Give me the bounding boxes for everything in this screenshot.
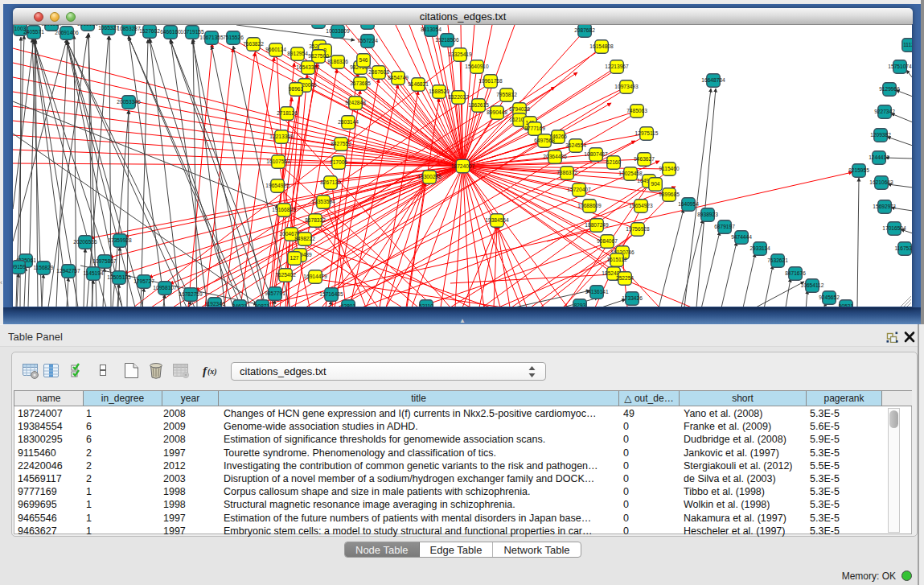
svg-text:10973493: 10973493 xyxy=(614,84,639,89)
svg-text:2405571: 2405571 xyxy=(23,29,44,35)
svg-text:9242848: 9242848 xyxy=(345,100,366,105)
svg-text:252254: 252254 xyxy=(616,275,634,281)
svg-text:19654925: 19654925 xyxy=(265,183,290,188)
svg-text:17016504: 17016504 xyxy=(882,225,906,231)
svg-text:10671355: 10671355 xyxy=(199,35,224,40)
svg-text:12975115: 12975115 xyxy=(635,130,659,136)
svg-text:1065327: 1065327 xyxy=(98,25,119,31)
svg-text:9084067: 9084067 xyxy=(597,238,618,244)
svg-text:1527602: 1527602 xyxy=(139,28,160,34)
svg-text:1640954: 1640954 xyxy=(678,201,699,207)
svg-text:10025458: 10025458 xyxy=(618,171,643,176)
svg-text:15692971: 15692971 xyxy=(873,204,897,209)
svg-text:9463627: 9463627 xyxy=(634,156,655,162)
svg-text:2013150: 2013150 xyxy=(77,25,98,27)
svg-text:1698337: 1698337 xyxy=(41,25,62,27)
svg-text:17359928: 17359928 xyxy=(108,237,132,243)
svg-text:1167533: 1167533 xyxy=(894,245,913,251)
svg-text:9474444: 9474444 xyxy=(731,234,752,240)
svg-text:9857791: 9857791 xyxy=(265,290,285,296)
svg-text:7485063: 7485063 xyxy=(626,108,647,113)
svg-text:1209382: 1209382 xyxy=(870,132,891,138)
svg-text:9146821: 9146821 xyxy=(408,81,429,87)
svg-text:(x): (x) xyxy=(207,367,217,377)
svg-text:13353594: 13353594 xyxy=(311,199,335,204)
svg-text:20364436: 20364436 xyxy=(543,154,567,159)
svg-text:10975867: 10975867 xyxy=(92,258,117,264)
svg-text:15720407: 15720407 xyxy=(567,187,591,192)
svg-text:8912954: 8912954 xyxy=(287,51,308,56)
svg-text:9245652: 9245652 xyxy=(819,295,840,300)
svg-text:7632621: 7632621 xyxy=(767,257,788,263)
svg-text:2803144: 2803144 xyxy=(338,119,359,125)
svg-text:3673685: 3673685 xyxy=(350,80,371,86)
svg-text:2933114: 2933114 xyxy=(749,245,770,251)
svg-text:9115460: 9115460 xyxy=(659,166,680,171)
svg-text:18807249: 18807249 xyxy=(585,222,609,228)
svg-text:8215955: 8215955 xyxy=(848,167,869,173)
svg-text:10033809: 10033809 xyxy=(326,28,350,34)
svg-text:6879197: 6879197 xyxy=(714,224,735,229)
svg-text:1244419: 1244419 xyxy=(869,154,889,160)
svg-text:16210643: 16210643 xyxy=(869,179,893,185)
svg-text:9660124: 9660124 xyxy=(265,47,286,52)
svg-text:16107553: 16107553 xyxy=(266,159,290,164)
svg-text:99159: 99159 xyxy=(13,264,26,270)
svg-text:7386372: 7386372 xyxy=(556,170,577,175)
svg-text:6794028: 6794028 xyxy=(509,106,530,112)
svg-text:904: 904 xyxy=(651,181,659,187)
svg-text:1192346: 1192346 xyxy=(204,301,225,307)
svg-text:1112: 1112 xyxy=(903,42,913,47)
svg-text:15640910: 15640910 xyxy=(465,64,489,69)
svg-text:9899685: 9899685 xyxy=(659,192,680,197)
svg-text:18300295: 18300295 xyxy=(417,174,441,179)
svg-text:19384554: 19384554 xyxy=(485,217,509,223)
svg-text:1795727: 1795727 xyxy=(133,278,154,284)
svg-text:1733426: 1733426 xyxy=(622,295,643,301)
svg-text:12505135: 12505135 xyxy=(107,274,131,280)
svg-text:98961: 98961 xyxy=(289,86,304,92)
svg-text:9227342: 9227342 xyxy=(874,109,895,114)
svg-text:7557224: 7557224 xyxy=(357,38,378,43)
svg-text:16782759: 16782759 xyxy=(179,291,203,297)
svg-text:1362615: 1362615 xyxy=(468,102,489,108)
svg-text:717006: 717006 xyxy=(330,159,347,165)
svg-text:12942757: 12942757 xyxy=(56,268,80,274)
svg-text:12213967: 12213967 xyxy=(605,64,629,69)
svg-text:19756928: 19756928 xyxy=(626,226,650,232)
svg-text:1156829: 1156829 xyxy=(33,265,54,270)
svg-text:3624554: 3624554 xyxy=(565,142,586,148)
svg-text:10719155: 10719155 xyxy=(180,29,204,35)
svg-text:8293: 8293 xyxy=(574,303,586,307)
svg-text:90871: 90871 xyxy=(255,303,270,307)
svg-text:12213369: 12213369 xyxy=(269,134,294,139)
svg-text:9777169: 9777169 xyxy=(524,126,545,131)
svg-text:10807487: 10807487 xyxy=(584,151,608,157)
svg-text:16154808: 16154808 xyxy=(589,43,614,49)
svg-text:8990448: 8990448 xyxy=(487,109,507,115)
svg-text:7625402: 7625402 xyxy=(275,272,296,278)
svg-text:8678332: 8678332 xyxy=(305,217,326,223)
svg-text:1588520: 1588520 xyxy=(429,89,450,94)
svg-text:2718126: 2718126 xyxy=(277,110,298,116)
svg-text:6497568: 6497568 xyxy=(534,138,555,143)
svg-text:84621: 84621 xyxy=(232,303,248,307)
svg-text:10961758: 10961758 xyxy=(478,78,503,84)
svg-text:90521: 90521 xyxy=(839,303,854,307)
svg-text:10688609: 10688609 xyxy=(577,203,602,208)
svg-text:42801: 42801 xyxy=(341,303,356,307)
svg-text:20053346: 20053346 xyxy=(117,99,141,105)
svg-text:13325419: 13325419 xyxy=(448,51,472,57)
svg-text:16648784: 16648784 xyxy=(701,77,725,83)
svg-text:62160: 62160 xyxy=(606,159,622,165)
svg-text:7955812: 7955812 xyxy=(496,92,517,97)
svg-text:6466160: 6466160 xyxy=(160,29,181,35)
svg-text:2087682: 2087682 xyxy=(574,27,595,33)
svg-text:7515526: 7515526 xyxy=(223,35,244,40)
svg-text:19166825: 19166825 xyxy=(272,207,296,212)
svg-text:8938923: 8938923 xyxy=(697,212,718,217)
svg-text:8186326: 8186326 xyxy=(327,59,348,64)
svg-text:8322037: 8322037 xyxy=(448,94,469,100)
svg-text:10853287: 10853287 xyxy=(117,26,141,31)
svg-text:16914479: 16914479 xyxy=(303,274,327,279)
